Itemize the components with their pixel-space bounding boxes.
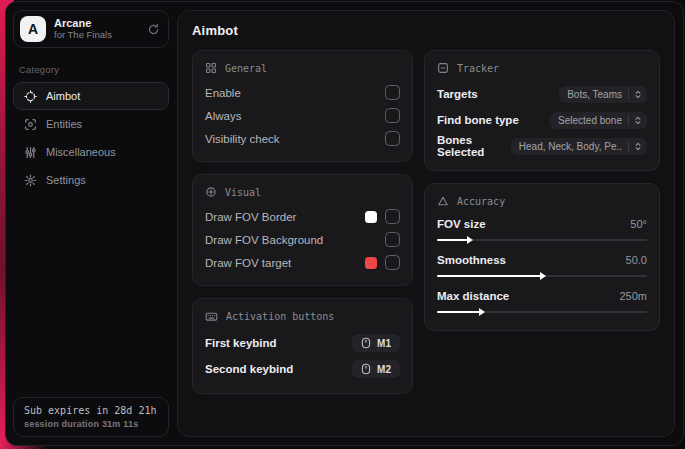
gear-icon — [24, 174, 37, 187]
row-controls — [365, 209, 400, 224]
visual-card: Visual Draw FOV Border Draw FOV Backgrou… — [192, 174, 413, 286]
draw-fov-target-checkbox[interactable] — [385, 255, 400, 270]
mouse-icon — [361, 337, 371, 349]
profile-text: Arcane for The Finals — [54, 17, 139, 41]
refresh-icon[interactable] — [147, 23, 160, 36]
first-keybind-button[interactable]: M1 — [352, 334, 400, 352]
dropdown-value: Selected bone — [558, 115, 622, 126]
row-label: Draw FOV Border — [205, 211, 296, 223]
draw-fov-border-checkbox[interactable] — [385, 209, 400, 224]
sidebar-item-aimbot[interactable]: Aimbot — [13, 82, 169, 110]
sidebar-item-settings[interactable]: Settings — [13, 166, 169, 194]
crosshair-icon — [24, 90, 37, 103]
setting-row: Draw FOV Background — [205, 228, 400, 251]
triangle-icon — [437, 195, 449, 207]
chevrons-up-down-icon — [628, 115, 643, 126]
sidebar-item-entities[interactable]: Entities — [13, 110, 169, 138]
card-title: Activation buttons — [226, 311, 334, 322]
app-window: A Arcane for The Finals Category Aimbot — [5, 1, 684, 446]
main-panel: Aimbot General — [177, 10, 675, 437]
second-keybind-button[interactable]: M2 — [352, 360, 400, 378]
sidebar: A Arcane for The Finals Category Aimbot — [6, 2, 176, 445]
row-label: FOV size — [437, 218, 486, 230]
sidebar-item-label: Miscellaneous — [46, 146, 116, 158]
general-card: General Enable Always Visibility check — [192, 50, 413, 162]
slider-thumb[interactable] — [479, 308, 485, 316]
draw-fov-background-checkbox[interactable] — [385, 232, 400, 247]
row-label: Second keybind — [205, 363, 293, 375]
slider-fill — [437, 239, 469, 241]
row-label: First keybind — [205, 337, 277, 349]
slider-thumb[interactable] — [540, 272, 546, 280]
row-label: Smoothness — [437, 254, 506, 266]
sidebar-item-label: Entities — [46, 118, 82, 130]
always-checkbox[interactable] — [385, 108, 400, 123]
setting-row: Targets Bots, Teams — [437, 81, 647, 107]
category-label: Category — [19, 64, 163, 75]
smoothness-slider[interactable] — [437, 275, 647, 277]
setting-row: Visibility check — [205, 127, 400, 150]
slider-value: 50° — [630, 218, 647, 230]
slider-fill — [437, 275, 542, 277]
smoothness-slider-block: Smoothness 50.0 — [437, 250, 647, 277]
setting-row: Find bone type Selected bone — [437, 107, 647, 133]
slider-fill — [437, 311, 481, 313]
sub-expiry-text: Sub expires in 28d 21h — [24, 404, 158, 418]
activation-card-header: Activation buttons — [205, 310, 400, 323]
fov-size-slider[interactable] — [437, 239, 647, 241]
max-distance-slider[interactable] — [437, 311, 647, 313]
subscription-info-card: Sub expires in 28d 21h session duration … — [13, 397, 169, 437]
activation-card: Activation buttons First keybind M1 — [192, 298, 413, 394]
enable-checkbox[interactable] — [385, 85, 400, 100]
tracker-card-header: Tracker — [437, 62, 647, 74]
focus-circle-icon — [205, 186, 217, 198]
card-title: Visual — [225, 187, 261, 198]
row-label: Draw FOV target — [205, 257, 291, 269]
find-bone-type-dropdown[interactable]: Selected bone — [550, 112, 647, 129]
row-label: Draw FOV Background — [205, 234, 323, 246]
entities-scan-icon — [24, 118, 37, 131]
fov-size-slider-block: FOV size 50° — [437, 214, 647, 241]
setting-row: Draw FOV target — [205, 251, 400, 274]
setting-row: First keybind M1 — [205, 330, 400, 356]
right-column: Tracker Targets Bots, Teams — [424, 50, 660, 331]
visual-card-header: Visual — [205, 186, 400, 198]
general-card-header: General — [205, 62, 400, 74]
left-column: General Enable Always Visibility check — [192, 50, 413, 394]
keybind-value: M2 — [377, 364, 391, 375]
tracker-card: Tracker Targets Bots, Teams — [424, 50, 660, 171]
keybind-value: M1 — [377, 338, 391, 349]
bones-selected-dropdown[interactable]: Head, Neck, Body, Pe.. — [511, 138, 647, 155]
setting-row: Bones Selected Head, Neck, Body, Pe.. — [437, 133, 647, 159]
row-label: Find bone type — [437, 114, 519, 126]
app-logo: A — [20, 16, 46, 42]
targets-dropdown[interactable]: Bots, Teams — [559, 86, 647, 103]
row-controls — [365, 255, 400, 270]
setting-row: Second keybind M2 — [205, 356, 400, 382]
dropdown-value: Head, Neck, Body, Pe.. — [519, 141, 622, 152]
profile-card[interactable]: A Arcane for The Finals — [13, 10, 169, 48]
slider-value: 50.0 — [626, 254, 647, 266]
accuracy-card: Accuracy FOV size 50° — [424, 183, 660, 331]
dropdown-value: Bots, Teams — [567, 89, 622, 100]
setting-row: Enable — [205, 81, 400, 104]
max-distance-slider-block: Max distance 250m — [437, 286, 647, 313]
fov-target-color-swatch[interactable] — [365, 257, 377, 269]
setting-row: Draw FOV Border — [205, 205, 400, 228]
app-subtitle: for The Finals — [54, 30, 139, 41]
row-label: Enable — [205, 87, 241, 99]
slider-value: 250m — [619, 290, 647, 302]
visibility-check-checkbox[interactable] — [385, 131, 400, 146]
tracker-box-icon — [437, 62, 449, 74]
slider-thumb[interactable] — [467, 236, 473, 244]
row-label: Bones Selected — [437, 134, 511, 158]
row-label: Targets — [437, 88, 478, 100]
card-title: Tracker — [457, 63, 499, 74]
fov-border-color-swatch[interactable] — [365, 211, 377, 223]
card-title: Accuracy — [457, 196, 505, 207]
sidebar-item-label: Settings — [46, 174, 86, 186]
row-label: Max distance — [437, 290, 509, 302]
content-grid: General Enable Always Visibility check — [192, 50, 660, 394]
chevrons-up-down-icon — [628, 89, 643, 100]
sidebar-item-miscellaneous[interactable]: Miscellaneous — [13, 138, 169, 166]
